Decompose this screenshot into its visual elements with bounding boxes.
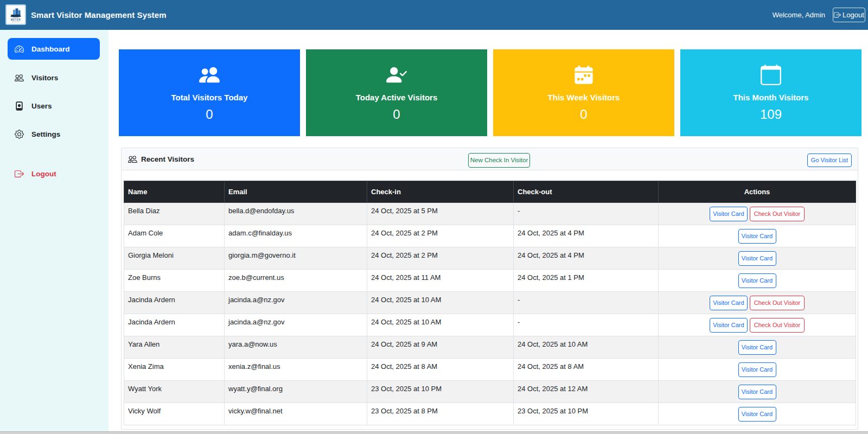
svg-text:METER: METER (11, 18, 21, 21)
